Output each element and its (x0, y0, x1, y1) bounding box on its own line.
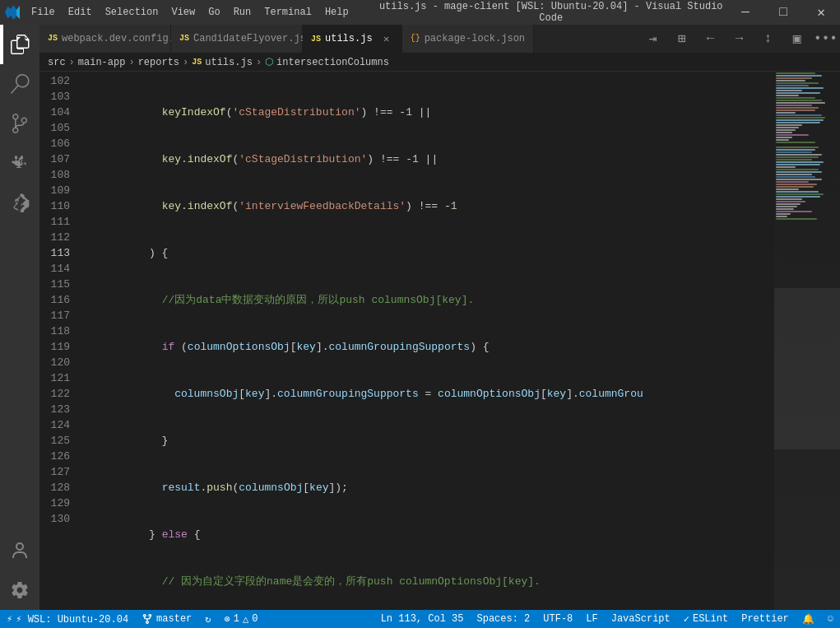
ln-114: 114 (39, 261, 70, 277)
sync-icon: ↻ (205, 613, 211, 626)
activity-bar (0, 25, 39, 610)
warning-icon: △ (243, 613, 248, 626)
tab-webpack-label: webpack.dev.config.js (62, 33, 186, 44)
more-actions-button[interactable]: ••• (811, 25, 840, 53)
menu-help[interactable]: Help (318, 0, 355, 25)
status-notifications[interactable]: 🔔 (796, 610, 821, 628)
ln-116: 116 (39, 292, 70, 308)
status-position[interactable]: Ln 113, Col 35 (374, 610, 471, 628)
menu-go[interactable]: Go (202, 0, 226, 25)
activity-account[interactable] (0, 531, 39, 570)
ln-104: 104 (39, 105, 70, 120)
breadcrumb-symbol[interactable]: intersectionColumns (276, 57, 389, 68)
breadcrumb-file[interactable]: utils.js (205, 57, 253, 68)
status-spaces[interactable]: Spaces: 2 (470, 610, 536, 628)
code-line-111: } else { (77, 527, 774, 542)
prettier-label: Prettier (741, 613, 789, 625)
split-editor-right-button[interactable]: ▣ (782, 25, 811, 53)
status-branch[interactable]: master (135, 610, 198, 628)
breadcrumb-sep-4: › (256, 57, 262, 68)
window-title: utils.js - mage-client [WSL: Ubuntu-20.0… (376, 1, 727, 24)
code-line-109: } (77, 433, 774, 449)
status-wsl[interactable]: ⚡ ⚡ WSL: Ubuntu-20.04 (0, 610, 135, 628)
ln-115: 115 (39, 277, 70, 292)
ln-112: 112 (39, 230, 70, 245)
activity-source-control[interactable] (0, 104, 39, 143)
ln-124: 124 (39, 417, 70, 433)
status-line-ending[interactable]: LF (579, 610, 604, 628)
tab-utils[interactable]: JS utils.js ✕ (303, 25, 402, 53)
breadcrumb-src[interactable]: src (48, 57, 66, 68)
status-errors[interactable]: ⊗ 1 △ 0 (218, 610, 265, 628)
wsl-label: ⚡ WSL: Ubuntu-20.04 (16, 613, 128, 626)
activity-run-debug[interactable] (0, 143, 39, 183)
ln-128: 128 (39, 480, 70, 495)
ln-113: 113 (39, 245, 70, 261)
code-panel: 102 103 104 105 106 107 108 109 110 111 … (39, 72, 774, 610)
go-back-button[interactable]: ← (696, 25, 725, 53)
line-numbers: 102 103 104 105 106 107 108 109 110 111 … (39, 72, 77, 610)
activity-search[interactable] (0, 64, 39, 104)
open-changes-button[interactable]: ↕ (754, 25, 782, 53)
code-line-102: keyIndexOf('cStageDistribution') !== -1 … (77, 105, 774, 120)
titlebar: File Edit Selection View Go Run Terminal… (0, 0, 840, 25)
ln-122: 122 (39, 386, 70, 402)
tab-bar: JS webpack.dev.config.js JS CandidateFly… (39, 25, 840, 53)
ln-120: 120 (39, 355, 70, 370)
activity-extensions[interactable] (0, 183, 39, 222)
tab-utils-close[interactable]: ✕ (380, 32, 393, 45)
tab-webpack[interactable]: JS webpack.dev.config.js (39, 25, 171, 53)
titlebar-controls: ― □ ✕ (726, 0, 840, 25)
line-ending-label: LF (586, 613, 597, 625)
status-eslint[interactable]: ✓ ESLint (677, 610, 735, 628)
status-feedback[interactable]: ☺ (821, 610, 840, 628)
ln-102: 102 (39, 73, 70, 89)
maximize-button[interactable]: □ (764, 0, 802, 25)
code-line-104: key.indexOf('interviewFeedbackDetails') … (77, 198, 774, 214)
menu-terminal[interactable]: Terminal (258, 0, 318, 25)
minimap[interactable] (774, 72, 840, 610)
breadcrumb-sep-2: › (128, 57, 134, 68)
code-line-108: columnsObj[key].columnGroupingSupports =… (77, 386, 774, 402)
ln-106: 106 (39, 136, 70, 151)
breadcrumb-reports[interactable]: reports (138, 57, 179, 68)
tab-package-icon: {} (411, 34, 420, 43)
menu-run[interactable]: Run (227, 0, 258, 25)
tab-webpack-icon: JS (48, 34, 58, 43)
minimap-viewport (774, 288, 840, 449)
breadcrumb-main-app[interactable]: main-app (78, 57, 126, 68)
ln-130: 130 (39, 511, 70, 527)
menu-view[interactable]: View (165, 0, 202, 25)
git-compare-button[interactable]: ⊞ (667, 25, 696, 53)
minimize-button[interactable]: ― (726, 0, 764, 25)
eslint-label: ESLint (693, 613, 728, 625)
go-forward-button[interactable]: → (725, 25, 754, 53)
menu-file[interactable]: File (25, 0, 62, 25)
tab-package[interactable]: {} package-lock.json (402, 25, 534, 53)
activity-explorer[interactable] (0, 25, 39, 64)
tab-candidate[interactable]: JS CandidateFlyover.js (171, 25, 303, 53)
menu-edit[interactable]: Edit (62, 0, 99, 25)
status-prettier[interactable]: Prettier (735, 610, 796, 628)
close-button[interactable]: ✕ (802, 0, 840, 25)
status-sync[interactable]: ↻ (198, 610, 217, 628)
ln-103: 103 (39, 89, 70, 105)
bell-icon: 🔔 (802, 613, 814, 626)
minimap-canvas (774, 72, 840, 610)
menu-bar: File Edit Selection View Go Run Terminal… (25, 0, 376, 25)
menu-selection[interactable]: Selection (99, 0, 165, 25)
error-icon: ⊗ (225, 613, 230, 626)
status-encoding[interactable]: UTF-8 (536, 610, 579, 628)
code-editor[interactable]: keyIndexOf('cStageDistribution') !== -1 … (77, 72, 774, 610)
code-scroll[interactable]: 102 103 104 105 106 107 108 109 110 111 … (39, 72, 774, 610)
code-line-103: key.indexOf('cStageDistribution') !== -1… (77, 151, 774, 167)
activity-settings[interactable] (0, 570, 39, 610)
feedback-icon: ☺ (828, 613, 833, 625)
code-line-107: if (columnOptionsObj[key].columnGrouping… (77, 339, 774, 355)
editor-content[interactable]: 102 103 104 105 106 107 108 109 110 111 … (39, 72, 840, 610)
split-editor-button[interactable]: ⇥ (638, 25, 667, 53)
error-count: 1 (234, 613, 239, 625)
wsl-icon: ⚡ (7, 613, 12, 626)
status-language[interactable]: JavaScript (605, 610, 677, 628)
tab-utils-icon: JS (311, 35, 321, 44)
